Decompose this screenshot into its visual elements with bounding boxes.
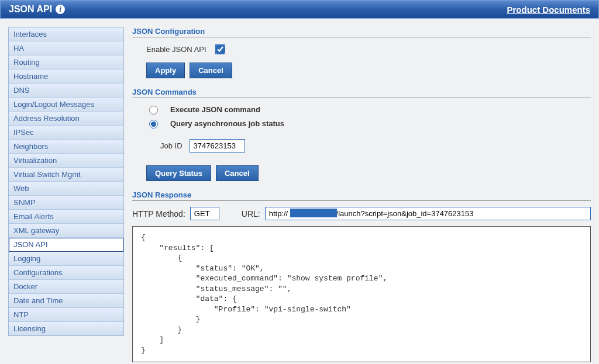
page-header: JSON API i Product Documents	[0, 0, 599, 19]
sidebar-item-hostname[interactable]: Hostname	[9, 70, 123, 84]
cancel-config-button[interactable]: Cancel	[190, 63, 232, 78]
sidebar-item-json-api[interactable]: JSON API	[9, 238, 123, 252]
sidebar-item-logging[interactable]: Logging	[9, 252, 123, 266]
execute-command-radio[interactable]	[149, 106, 158, 115]
sidebar-item-interfaces[interactable]: Interfaces	[9, 27, 123, 41]
section-title-response: JSON Response	[132, 190, 591, 201]
sidebar-item-snmp[interactable]: SNMP	[9, 196, 123, 210]
sidebar-item-xml-gateway[interactable]: XML gateway	[9, 224, 123, 238]
sidebar-item-ha[interactable]: HA	[9, 41, 123, 56]
product-documents-link[interactable]: Product Documents	[507, 5, 590, 15]
cancel-command-button[interactable]: Cancel	[216, 165, 259, 181]
http-method-label: HTTP Method:	[132, 209, 185, 219]
sidebar-item-date-and-time[interactable]: Date and Time	[9, 294, 123, 308]
job-id-input[interactable]	[190, 139, 245, 152]
enable-json-label: Enable JSON API	[146, 45, 206, 54]
sidebar-item-docker[interactable]: Docker	[9, 280, 123, 294]
sidebar-item-virtualization[interactable]: Virtualization	[9, 154, 123, 168]
sidebar-item-dns[interactable]: DNS	[9, 84, 123, 98]
execute-command-label: Execute JSON command	[170, 105, 260, 114]
http-method-input[interactable]	[190, 207, 219, 220]
query-status-button[interactable]: Query Status	[146, 165, 211, 181]
sidebar-item-ipsec[interactable]: IPSec	[9, 126, 123, 140]
page-title-wrap: JSON API i	[9, 4, 65, 15]
sidebar-item-neighbors[interactable]: Neighbors	[9, 140, 123, 154]
enable-json-checkbox[interactable]	[216, 45, 225, 54]
sidebar-item-ntp[interactable]: NTP	[9, 308, 123, 322]
sidebar-item-virtual-switch-mgmt[interactable]: Virtual Switch Mgmt	[9, 168, 123, 182]
page-title: JSON API	[9, 4, 52, 15]
info-icon[interactable]: i	[56, 5, 65, 14]
job-id-label: Job ID	[160, 141, 183, 150]
sidebar-item-email-alerts[interactable]: Email Alerts	[9, 210, 123, 224]
main-content: JSON Configuration Enable JSON API Apply…	[132, 27, 591, 362]
response-body: { "results": [ { "status": "OK", "execut…	[132, 226, 591, 362]
url-label: URL:	[242, 209, 260, 219]
sidebar-item-address-resolution[interactable]: Address Resolution	[9, 112, 123, 126]
apply-button[interactable]: Apply	[146, 63, 185, 78]
section-title-config: JSON Configuration	[132, 27, 591, 37]
sidebar-item-configurations[interactable]: Configurations	[9, 266, 123, 280]
url-input[interactable]	[265, 207, 591, 220]
query-status-radio[interactable]	[149, 120, 158, 129]
sidebar-item-licensing[interactable]: Licensing	[9, 322, 123, 335]
section-title-commands: JSON Commands	[132, 88, 591, 98]
sidebar-item-login-logout-messages[interactable]: Login/Logout Messages	[9, 98, 123, 112]
sidebar-item-routing[interactable]: Routing	[9, 56, 123, 70]
query-status-label: Query asynchronous job status	[170, 119, 284, 128]
sidebar-item-web[interactable]: Web	[9, 182, 123, 196]
sidebar: InterfacesHARoutingHostnameDNSLogin/Logo…	[8, 27, 124, 336]
